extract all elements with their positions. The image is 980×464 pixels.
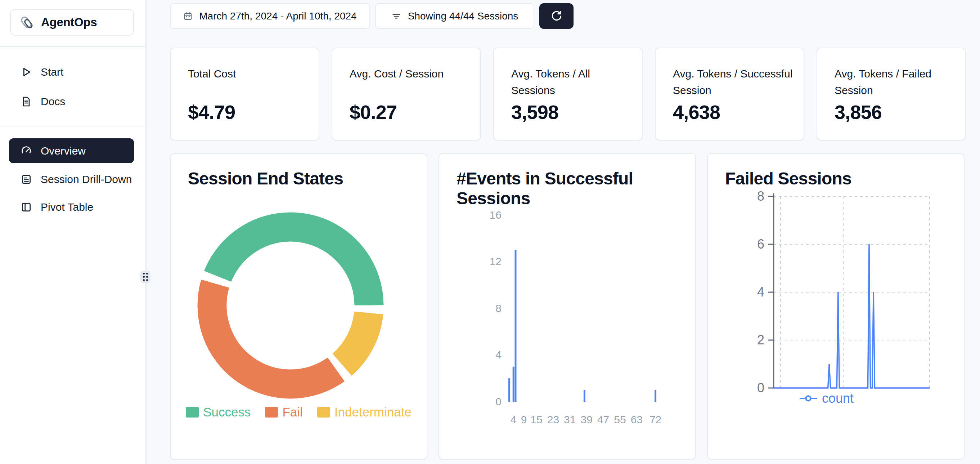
legend-label: Fail xyxy=(282,405,302,419)
app-title: AgentOps xyxy=(41,16,97,29)
stat-value: 3,598 xyxy=(511,101,558,123)
svg-text:63: 63 xyxy=(631,413,643,426)
svg-text:72: 72 xyxy=(649,413,661,426)
sidebar: AgentOps Start Docs Overview xyxy=(0,0,145,464)
refresh-button[interactable] xyxy=(539,3,574,29)
pivot-layout-icon xyxy=(21,201,32,213)
svg-text:0: 0 xyxy=(495,395,501,407)
sidebar-item-docs[interactable]: Docs xyxy=(9,91,134,112)
svg-text:12: 12 xyxy=(490,255,501,267)
agentops-dashboard: AgentOps Start Docs Overview xyxy=(0,0,980,464)
stat-label: Total Cost xyxy=(188,65,311,82)
stats-row: Total Cost $4.79 Avg. Cost / Session $0.… xyxy=(170,48,966,140)
calendar-icon xyxy=(183,11,192,21)
svg-text:39: 39 xyxy=(581,413,593,426)
paperclip-logo-icon xyxy=(19,14,35,30)
sidebar-drag-handle[interactable] xyxy=(140,271,151,283)
sidebar-item-start[interactable]: Start xyxy=(9,61,134,83)
svg-text:4: 4 xyxy=(495,349,501,360)
svg-text:4: 4 xyxy=(757,285,764,299)
play-icon xyxy=(21,66,32,78)
charts-row: Session End States Success Fail Indeterm… xyxy=(170,153,964,460)
svg-text:55: 55 xyxy=(614,413,626,426)
svg-text:0: 0 xyxy=(757,380,764,395)
list-box-icon xyxy=(21,174,32,185)
session-end-states-card: Session End States Success Fail Indeterm… xyxy=(170,153,427,460)
sidebar-resize-divider xyxy=(145,0,146,464)
sidebar-item-label: Session Drill-Down xyxy=(41,173,132,185)
legend-label: Success xyxy=(203,405,251,419)
sidebar-item-label: Pivot Table xyxy=(41,201,93,213)
sessions-filter-button[interactable]: Showing 44/44 Sessions xyxy=(375,3,534,29)
line-series-icon xyxy=(800,395,817,402)
stat-card-avg-tokens-all: Avg. Tokens / All Sessions 3,598 xyxy=(493,48,643,140)
svg-text:2: 2 xyxy=(757,333,764,347)
topbar: March 27th, 2024 - April 10th, 2024 Show… xyxy=(170,3,574,29)
gauge-icon xyxy=(21,145,32,157)
svg-text:4: 4 xyxy=(511,413,517,426)
svg-text:16: 16 xyxy=(490,209,501,221)
legend-item-fail: Fail xyxy=(265,405,302,419)
stat-card-total-cost: Total Cost $4.79 xyxy=(170,48,319,140)
filter-icon xyxy=(391,11,401,21)
stat-card-avg-tokens-successful: Avg. Tokens / Successful Session 4,638 xyxy=(655,48,804,140)
stat-value: 3,856 xyxy=(835,101,882,123)
sidebar-item-session-drill-down[interactable]: Session Drill-Down xyxy=(9,169,134,190)
svg-text:47: 47 xyxy=(597,413,609,426)
sidebar-item-label: Start xyxy=(41,66,64,78)
stat-value: $0.27 xyxy=(350,101,397,123)
sidebar-divider xyxy=(0,126,145,126)
stat-label: Avg. Cost / Session xyxy=(350,65,473,82)
date-range-label: March 27th, 2024 - April 10th, 2024 xyxy=(199,10,356,22)
date-range-button[interactable]: March 27th, 2024 - April 10th, 2024 xyxy=(170,3,370,29)
sessions-filter-label: Showing 44/44 Sessions xyxy=(408,10,519,22)
svg-text:23: 23 xyxy=(547,413,559,426)
sidebar-item-label: Overview xyxy=(41,145,86,157)
stat-label: Avg. Tokens / Successful Session xyxy=(673,65,796,99)
svg-text:6: 6 xyxy=(757,237,764,252)
legend-swatch xyxy=(265,407,278,418)
document-icon xyxy=(21,96,32,107)
refresh-icon xyxy=(550,10,563,23)
sidebar-divider xyxy=(0,46,145,47)
events-bar-chart: 0481216491523313947556372 xyxy=(439,154,696,460)
svg-text:8: 8 xyxy=(495,302,501,314)
stat-value: $4.79 xyxy=(188,101,235,123)
agentops-logo[interactable]: AgentOps xyxy=(10,9,134,36)
stat-card-avg-tokens-failed: Avg. Tokens / Failed Session 3,856 xyxy=(816,48,966,140)
svg-text:15: 15 xyxy=(530,413,542,426)
stat-label: Avg. Tokens / All Sessions xyxy=(511,65,634,99)
svg-text:8: 8 xyxy=(757,189,764,204)
legend-swatch xyxy=(317,407,330,418)
sidebar-item-pivot-table[interactable]: Pivot Table xyxy=(9,196,134,218)
failed-sessions-line-chart: 02468 xyxy=(708,154,964,460)
stat-card-avg-cost-session: Avg. Cost / Session $0.27 xyxy=(332,48,481,140)
stat-label: Avg. Tokens / Failed Session xyxy=(835,65,958,99)
legend-swatch xyxy=(186,407,199,418)
svg-text:9: 9 xyxy=(521,413,527,426)
sidebar-item-overview[interactable]: Overview xyxy=(9,138,134,163)
stat-value: 4,638 xyxy=(673,101,720,123)
donut-legend: Success Fail Indeterminate xyxy=(171,405,426,419)
line-chart-legend: count xyxy=(765,391,888,406)
legend-item-indeterminate: Indeterminate xyxy=(317,405,412,419)
sidebar-item-label: Docs xyxy=(41,96,65,108)
legend-item-success: Success xyxy=(186,405,251,419)
legend-label: Indeterminate xyxy=(334,405,412,419)
failed-sessions-card: Failed Sessions 02468 count xyxy=(707,153,964,460)
events-in-successful-sessions-card: #Events in Successful Sessions 048121649… xyxy=(439,153,696,460)
svg-text:31: 31 xyxy=(564,413,576,426)
legend-label: count xyxy=(822,391,854,406)
